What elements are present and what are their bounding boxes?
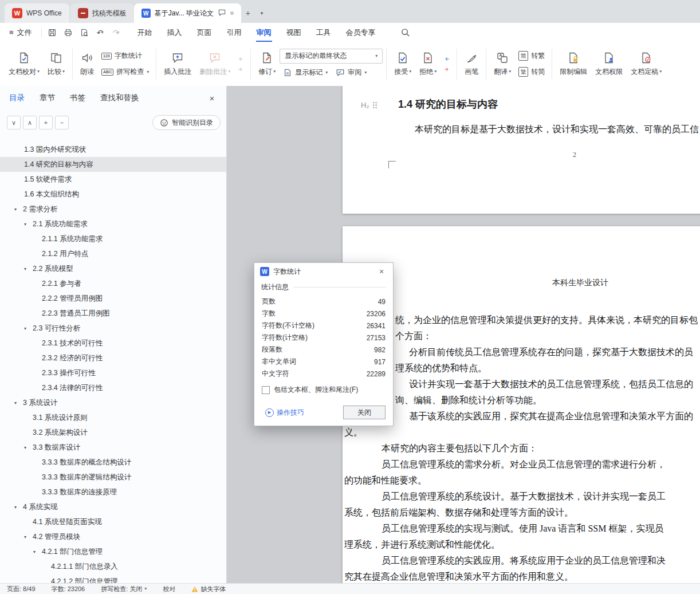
toc-item[interactable]: 2.1.2 用户特点 bbox=[0, 246, 226, 261]
toc-item[interactable]: 1.6 本文组织结构 bbox=[0, 187, 226, 202]
toc-item[interactable]: ▾2.1 系统功能需求 bbox=[0, 217, 226, 231]
toc-item[interactable]: 4.2.1.2 部门信息管理 bbox=[0, 574, 226, 584]
heading-level-tag[interactable]: H₂ bbox=[361, 101, 377, 109]
markup-state-select[interactable]: 显示标记的最终状态 ▾ bbox=[280, 49, 383, 64]
expand-all-button[interactable]: ∨ bbox=[7, 116, 21, 129]
doc-proofread-button[interactable]: 文档校对▾ bbox=[5, 46, 44, 82]
menu-tab-3[interactable]: 引用 bbox=[219, 23, 249, 42]
toc-item[interactable]: 3.1 系统设计原则 bbox=[0, 410, 226, 425]
include-footnotes-checkbox[interactable] bbox=[262, 386, 270, 394]
toc-collapse-arrow-icon[interactable]: ▾ bbox=[24, 440, 26, 455]
toc-item[interactable]: 3.3.3 数据库的逻辑结构设计 bbox=[0, 470, 226, 485]
print-button[interactable] bbox=[60, 26, 76, 40]
redo-button[interactable]: ↷▾ bbox=[108, 26, 124, 40]
undo-button[interactable]: ↶▾ bbox=[92, 26, 108, 40]
menu-tab-1[interactable]: 插入 bbox=[160, 23, 190, 42]
next-comment-button[interactable] bbox=[234, 65, 247, 73]
search-button[interactable] bbox=[397, 27, 414, 38]
track-changes-button[interactable]: 修订▾ bbox=[254, 46, 280, 82]
toc-item[interactable]: 1.5 软硬件需求 bbox=[0, 172, 226, 187]
menu-tab-6[interactable]: 工具 bbox=[309, 23, 339, 42]
status-proofread[interactable]: 校对 bbox=[163, 585, 175, 593]
toc-collapse-arrow-icon[interactable]: ▾ bbox=[24, 529, 26, 544]
toc-item[interactable]: ▾3.3 数据库设计 bbox=[0, 440, 226, 455]
delete-comment-button[interactable]: 删除批注▾ bbox=[195, 46, 234, 82]
toc-item[interactable]: ▾3 系统设计 bbox=[0, 395, 226, 410]
file-menu[interactable]: ≡ 文件 bbox=[0, 27, 39, 38]
menu-tab-4[interactable]: 审阅 bbox=[249, 23, 279, 42]
tab-list-dropdown-button[interactable]: ▾ bbox=[255, 6, 269, 20]
status-page-indicator[interactable]: 页面: 8/49 bbox=[7, 585, 36, 593]
toc-collapse-arrow-icon[interactable]: ▾ bbox=[33, 544, 36, 559]
toc-collapse-arrow-icon[interactable]: ▾ bbox=[14, 202, 17, 217]
close-sidebar-button[interactable]: × bbox=[206, 92, 218, 104]
previous-revision-button[interactable] bbox=[441, 55, 453, 63]
show-markup-button[interactable]: 显示标记 ▾ bbox=[280, 66, 331, 80]
dialog-title-bar[interactable]: W 字数统计 × bbox=[254, 263, 393, 280]
zoom-out-level-button[interactable]: − bbox=[55, 116, 69, 129]
toc-item[interactable]: 2.3.3 操作可行性 bbox=[0, 365, 226, 380]
reject-button[interactable]: 拒绝▾ bbox=[415, 46, 441, 82]
status-spellcheck[interactable]: 拼写检查: 关闭 ▾ bbox=[101, 585, 147, 593]
menu-tab-5[interactable]: 视图 bbox=[279, 23, 309, 42]
toc-item[interactable]: 2.2.1 参与者 bbox=[0, 276, 226, 291]
smart-toc-button[interactable]: 智能识别目录 bbox=[152, 115, 221, 130]
toc-item[interactable]: 2.3.2 经济的可行性 bbox=[0, 351, 226, 365]
pen-button[interactable]: 画笔 bbox=[461, 46, 482, 82]
translate-button[interactable]: 翻译▾ bbox=[490, 46, 515, 82]
toc-item[interactable]: 4.2.1.1 部门信息录入 bbox=[0, 559, 226, 574]
tab-active-document[interactable]: W 基于Jav... 毕业论文 bbox=[134, 3, 241, 23]
sidebar-tab-1[interactable]: 章节 bbox=[40, 93, 55, 103]
toc-collapse-arrow-icon[interactable]: ▾ bbox=[24, 321, 26, 336]
toc-item[interactable]: 3.2 系统架构设计 bbox=[0, 425, 226, 440]
next-revision-button[interactable] bbox=[441, 65, 453, 73]
tab-wps-home[interactable]: W WPS Office bbox=[5, 3, 69, 23]
doc-permission-button[interactable]: 文档权限 bbox=[591, 46, 627, 82]
toc-item[interactable]: 3.3.3 数据库的连接原理 bbox=[0, 485, 226, 499]
status-word-count[interactable]: 字数: 23206 bbox=[52, 585, 85, 593]
menu-tab-0[interactable]: 开始 bbox=[130, 23, 160, 42]
doc-finalize-button[interactable]: 文档定稿▾ bbox=[627, 46, 666, 82]
toc-item[interactable]: 2.2.2 管理员用例图 bbox=[0, 291, 226, 306]
toc-item[interactable]: ▾2.3 可行性分析 bbox=[0, 321, 226, 336]
menu-tab-7[interactable]: 会员专享 bbox=[339, 23, 383, 42]
toc-collapse-arrow-icon[interactable]: ▾ bbox=[14, 395, 17, 410]
status-missing-font[interactable]: 缺失字体 bbox=[191, 585, 226, 593]
restrict-editing-button[interactable]: 限制编辑 bbox=[556, 46, 591, 82]
tips-link[interactable]: ▶ 操作技巧 bbox=[262, 407, 308, 418]
close-dialog-button[interactable]: 关闭 bbox=[343, 406, 386, 419]
toc-item[interactable]: ▾4.2 管理员模块 bbox=[0, 529, 226, 544]
menu-tab-2[interactable]: 页面 bbox=[190, 23, 219, 42]
toc-item[interactable]: ▾2.2 系统模型 bbox=[0, 261, 226, 276]
drag-handle-icon[interactable] bbox=[372, 101, 377, 109]
sidebar-tab-3[interactable]: 查找和替换 bbox=[100, 93, 139, 103]
sidebar-tab-2[interactable]: 书签 bbox=[70, 93, 85, 103]
zoom-in-level-button[interactable]: + bbox=[39, 116, 53, 129]
toc-item[interactable]: ▾4 系统实现 bbox=[0, 499, 226, 514]
save-button[interactable] bbox=[44, 26, 60, 40]
toc-item[interactable]: 1.4 研究的目标与内容 bbox=[0, 157, 226, 172]
compare-button[interactable]: 比较▾ bbox=[44, 46, 69, 82]
toc-item[interactable]: 1.3 国内外研究现状 bbox=[0, 142, 226, 157]
toc-item[interactable]: 2.3.1 技术的可行性 bbox=[0, 336, 226, 351]
word-count-button[interactable]: 123 字数统计 bbox=[98, 49, 152, 63]
toc-item[interactable]: 3.3.3 数据库的概念结构设计 bbox=[0, 455, 226, 470]
sidebar-tab-0[interactable]: 目录 bbox=[9, 93, 25, 103]
toc-item[interactable]: ▾4.2.1 部门信息管理 bbox=[0, 544, 226, 559]
toc-collapse-arrow-icon[interactable]: ▾ bbox=[24, 261, 26, 276]
new-tab-button[interactable]: + bbox=[241, 6, 255, 20]
tab-template-doc[interactable]: 找稿壳模板 bbox=[70, 3, 134, 23]
toc-collapse-arrow-icon[interactable]: ▾ bbox=[14, 499, 17, 514]
collapse-all-button[interactable]: ∧ bbox=[23, 116, 37, 129]
toc-item[interactable]: 2.3.4 法律的可行性 bbox=[0, 380, 226, 395]
review-mode-button[interactable]: 审阅 ▾ bbox=[332, 66, 370, 80]
insert-comment-button[interactable]: 插入批注 bbox=[160, 46, 195, 82]
toc-item[interactable]: 4.1 系统登陆页面实现 bbox=[0, 514, 226, 529]
previous-comment-button[interactable] bbox=[234, 55, 247, 63]
accept-button[interactable]: 接受▾ bbox=[390, 46, 415, 82]
read-aloud-button[interactable]: 朗读 bbox=[76, 46, 98, 82]
toc-item[interactable]: 2.2.3 普通员工用例图 bbox=[0, 306, 226, 321]
toc-item[interactable]: 2.1.1 系统功能需求 bbox=[0, 231, 226, 246]
document-page-3[interactable]: 本科生毕业设计 统，为企业的信息管理和决策提供更好的支持。具体来说，本研究的目标… bbox=[343, 226, 700, 584]
print-preview-button[interactable] bbox=[76, 26, 92, 40]
